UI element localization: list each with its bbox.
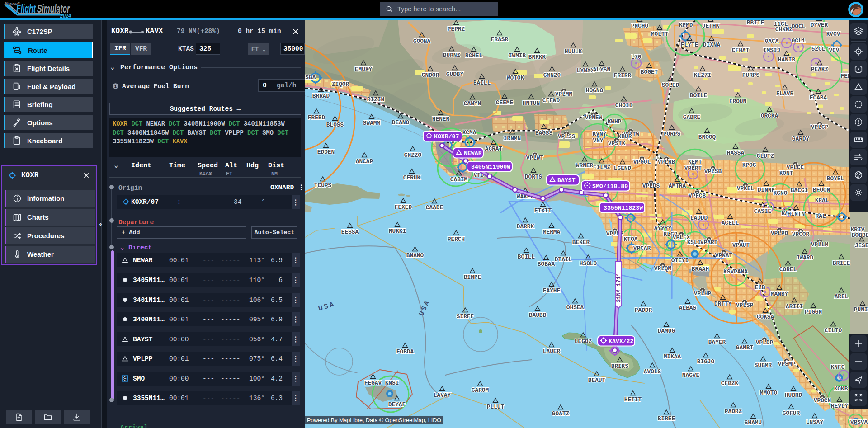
svg-text:VPKAT: VPKAT — [715, 252, 733, 259]
svg-text:BAYER: BAYER — [708, 339, 726, 346]
svg-text:VPLWT: VPLWT — [526, 155, 544, 161]
svg-text:REVLY: REVLY — [831, 403, 849, 409]
svg-text:WRNER: WRNER — [576, 162, 594, 169]
svg-text:L70: L70 — [631, 54, 641, 61]
svg-text:CERUK: CERUK — [403, 174, 421, 181]
svg-text:VPLRT: VPLRT — [684, 165, 702, 172]
svg-text:KSBA: KSBA — [305, 74, 316, 81]
svg-text:VPLPD: VPLPD — [771, 230, 788, 237]
svg-text:MMOTO: MMOTO — [760, 390, 778, 396]
svg-text:FRASR: FRASR — [491, 36, 509, 43]
svg-text:BOBAA: BOBAA — [538, 261, 555, 268]
svg-text:IWMIB: IWMIB — [509, 52, 526, 59]
svg-text:0ACA: 0ACA — [765, 38, 779, 45]
svg-text:VPLDP: VPLDP — [756, 339, 774, 346]
svg-text:OTEYI: OTEYI — [671, 257, 689, 264]
svg-text:CFBZK: CFBZK — [721, 380, 739, 387]
svg-text:CNDOR: CNDOR — [422, 72, 439, 79]
svg-text:VPFCB: VPFCB — [689, 193, 706, 199]
svg-text:PEAKZ: PEAKZ — [811, 66, 829, 73]
svg-text:BOBBE: BOBBE — [852, 232, 868, 239]
svg-text:HUULK: HUULK — [565, 48, 582, 55]
svg-text:BEAUT: BEAUT — [588, 377, 606, 384]
svg-text:KOKB: KOKB — [834, 386, 848, 392]
svg-text:VPLQM: VPLQM — [654, 265, 672, 272]
svg-text:KBUR: KBUR — [618, 133, 632, 140]
svg-text:HNTUN: HNTUN — [523, 100, 540, 107]
svg-text:HASSA: HASSA — [727, 150, 745, 156]
svg-text:CFFWD: CFFWD — [542, 97, 560, 104]
svg-text:RUKKI: RUKKI — [389, 228, 406, 235]
svg-text:ELB: ELB — [755, 284, 765, 291]
svg-text:OOCL: OOCL — [792, 23, 806, 30]
svg-text:52CL: 52CL — [811, 46, 826, 52]
svg-text:BRIKS: BRIKS — [611, 363, 629, 370]
svg-text:GUDBY: GUDBY — [446, 71, 464, 78]
svg-text:BAUBB: BAUBB — [529, 312, 547, 319]
svg-text:ACRAT: ACRAT — [485, 146, 503, 152]
svg-text:BACGI: BACGI — [791, 187, 808, 194]
svg-text:BRIEE: BRIEE — [833, 260, 850, 267]
svg-text:11CL: 11CL — [774, 21, 788, 28]
svg-text:BLOSS: BLOSS — [326, 122, 344, 128]
svg-text:PADRZ: PADRZ — [725, 408, 742, 415]
svg-text:KAVX/22: KAVX/22 — [609, 338, 633, 345]
svg-text:HENER: HENER — [432, 116, 450, 122]
svg-text:DYVER: DYVER — [811, 22, 828, 28]
svg-text:CHOII: CHOII — [615, 102, 632, 109]
svg-text:KTOA: KTOA — [624, 236, 638, 243]
svg-text:WOTOK: WOTOK — [507, 75, 524, 81]
svg-text:MANBY: MANBY — [771, 291, 788, 297]
svg-text:LADDD: LADDD — [690, 215, 708, 221]
svg-text:HINTN: HINTN — [788, 211, 805, 217]
svg-text:ANCAP: ANCAP — [356, 158, 373, 165]
svg-text:VPNEW: VPNEW — [585, 114, 603, 121]
svg-text:LEGOZ: LEGOZ — [575, 338, 592, 345]
svg-text:JETHK: JETHK — [702, 23, 720, 29]
svg-text:CILTO: CILTO — [825, 327, 842, 334]
svg-text:HUBRD: HUBRD — [785, 392, 802, 399]
svg-text:KPOC: KPOC — [742, 162, 756, 169]
svg-text:GNZZO: GNZZO — [404, 152, 422, 159]
svg-text:2024: 2024 — [60, 12, 71, 19]
svg-text:AVOLS: AVOLS — [644, 368, 661, 375]
svg-text:COREL: COREL — [779, 266, 797, 273]
svg-text:SMO/110.80: SMO/110.80 — [592, 183, 628, 190]
svg-text:BAYST: BAYST — [557, 177, 576, 184]
svg-text:MIKAA: MIKAA — [664, 353, 681, 360]
svg-text:VNY: VNY — [593, 137, 603, 144]
svg-text:LNSAY: LNSAY — [806, 419, 824, 426]
svg-text:BRRKK: BRRKK — [528, 54, 546, 61]
svg-text:DAMUG: DAMUG — [658, 328, 675, 334]
svg-text:ECABA: ECABA — [810, 94, 827, 101]
svg-text:EESSA: EESSA — [341, 229, 359, 235]
svg-text:VPART: VPART — [700, 239, 718, 246]
svg-text:KOXR/07: KOXR/07 — [434, 133, 459, 140]
svg-text:VPAUT: VPAUT — [732, 242, 750, 249]
svg-text:MOLTT: MOLTT — [651, 31, 669, 38]
svg-text:ACELL: ACELL — [722, 220, 739, 226]
svg-text:GARDY: GARDY — [792, 136, 810, 142]
svg-text:CASIE: CASIE — [754, 208, 772, 215]
svg-text:VPLDS: VPLDS — [642, 183, 660, 189]
svg-text:LGEND: LGEND — [614, 165, 632, 172]
svg-text:VPLRB: VPLRB — [658, 159, 675, 165]
svg-text:KWHP: KWHP — [608, 118, 622, 125]
svg-text:BROOQ: BROOQ — [698, 134, 716, 141]
svg-text:ALYSN: ALYSN — [593, 66, 610, 73]
svg-text:FEXED: FEXED — [395, 204, 412, 211]
svg-text:VPKEL: VPKEL — [737, 185, 755, 192]
svg-text:KSLI: KSLI — [687, 239, 701, 246]
svg-text:VPCOR: VPCOR — [792, 231, 810, 238]
svg-text:IMSIJ: IMSIJ — [763, 47, 780, 54]
svg-text:VPLSS: VPLSS — [558, 133, 576, 140]
svg-text:BOGET: BOGET — [641, 69, 658, 75]
svg-text:BEKER: BEKER — [572, 239, 590, 246]
svg-text:ALBAS: ALBAS — [679, 305, 697, 311]
svg-text:VPLCP: VPLCP — [811, 124, 829, 131]
svg-text:HSOLO: HSOLO — [580, 260, 597, 267]
svg-text:GABRE: GABRE — [683, 114, 701, 121]
svg-text:VPSTK: VPSTK — [608, 140, 626, 147]
svg-text:SIRFF: SIRFF — [457, 313, 474, 320]
svg-text:31NM 171°: 31NM 171° — [616, 273, 622, 302]
